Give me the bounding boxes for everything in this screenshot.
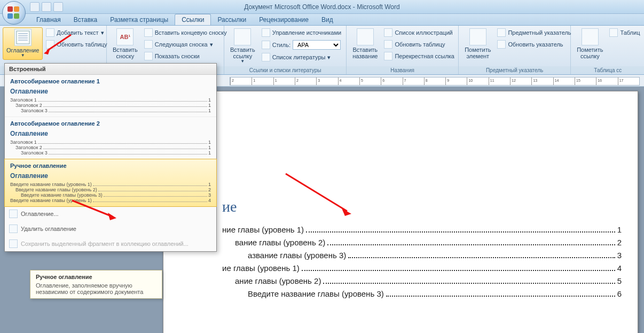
manual-title: Ручное оглавление (10, 162, 211, 169)
tooltip-body: Оглавление, заполняемое вручную независи… (36, 282, 156, 295)
preview-line: Введите название главы (уровень 1)1 (10, 182, 211, 187)
toc-entry[interactable]: Введите название главы (уровень 3) 6 (222, 289, 622, 299)
toc-entry[interactable]: ние главы (уровень 1) 1 (222, 225, 622, 235)
cross-ref-icon (384, 52, 392, 60)
document-page[interactable]: ие ние главы (уровень 1) 1вание главы (у… (163, 91, 638, 333)
manage-sources-button[interactable]: Управление источниками (260, 27, 343, 38)
insert-citation-label: Вставить ссылку (230, 47, 255, 59)
group-index-label: Предметный указатель (459, 66, 570, 74)
insert-authorities-button[interactable]: Таблиц (607, 27, 642, 38)
mark-entry-icon (469, 28, 486, 45)
horizontal-ruler[interactable]: 21 12 34 56 78 910 1112 1314 1516 17 (230, 77, 640, 86)
remove-toc-label: Удалить оглавление (21, 226, 76, 232)
update-toc-button[interactable]: Обновить таблицу (44, 39, 109, 50)
preview-line: Заголовок 21 (10, 145, 211, 150)
custom-toc-label: Оглавление... (21, 211, 59, 217)
update-captions-label: Обновить таблицу (395, 41, 445, 48)
mark-citation-label: Пометить ссылку (577, 47, 603, 59)
save-sel-label: Сохранить выделенный фрагмент в коллекци… (21, 241, 189, 247)
auto2-heading: Оглавление (10, 130, 211, 137)
quick-access-toolbar (30, 2, 63, 12)
preview-line: Заголовок 11 (10, 140, 211, 145)
custom-toc-option[interactable]: Оглавление... (5, 206, 216, 221)
update-index-button[interactable]: Обновить указатель (495, 39, 573, 50)
dropdown-header: Встроенный (5, 64, 216, 75)
manage-sources-label: Управление источниками (272, 29, 341, 36)
tab-insert[interactable]: Вставка (67, 14, 104, 25)
update-toc-label: Обновить таблицу (57, 41, 107, 48)
mark-citation-button[interactable]: Пометить ссылку (574, 27, 606, 60)
cross-ref-label: Перекрестная ссылка (395, 53, 454, 59)
tooltip: Ручное оглавление Оглавление, заполняемо… (30, 270, 162, 299)
preview-line: Введите название главы (уровень 3)3 (10, 192, 211, 198)
title-bar: Документ Microsoft Office Word.docx - Mi… (0, 0, 644, 14)
toc-icon (14, 29, 32, 46)
next-footnote-label: Следующая сноска (155, 41, 208, 48)
group-captions-label: Названия (347, 66, 458, 74)
insert-caption-label: Вставить название (352, 47, 378, 59)
mark-entry-button[interactable]: Пометить элемент (461, 27, 494, 60)
group-index: Пометить элемент Предметный указатель Об… (459, 26, 571, 74)
insert-citation-button[interactable]: Вставить ссылку ▼ (227, 27, 258, 71)
style-label: Стиль: (272, 42, 290, 48)
manual-heading: Оглавление (10, 172, 211, 180)
tab-review[interactable]: Рецензирование (253, 14, 315, 25)
citation-style-row: Стиль: APA (260, 39, 343, 51)
update-captions-button[interactable]: Обновить таблицу (382, 39, 457, 50)
citation-icon (234, 28, 251, 45)
tab-view[interactable]: Вид (315, 14, 340, 25)
remove-toc-option[interactable]: Удалить оглавление (5, 221, 216, 236)
next-footnote-button[interactable]: Следующая сноска ▾ (142, 39, 229, 50)
gallery-auto2[interactable]: Автособираемое оглавление 2 Оглавление З… (5, 117, 216, 159)
show-footnotes-label: Показать сноски (155, 53, 200, 59)
style-select[interactable]: APA (293, 40, 341, 50)
remove-toc-icon (9, 224, 18, 233)
add-text-label: Добавить текст (57, 29, 98, 36)
insert-endnote-button[interactable]: Вставить концевую сноску (142, 27, 229, 38)
window-title: Документ Microsoft Office Word.docx - Mi… (244, 3, 399, 11)
preview-line: Введите название главы (уровень 1)4 (10, 198, 211, 203)
toc-button[interactable]: Оглавление ▼ (3, 27, 43, 60)
authorities-icon (609, 28, 618, 37)
cross-reference-button[interactable]: Перекрестная ссылка (382, 51, 457, 61)
group-citations-label: Ссылки и списки литературы (224, 66, 346, 74)
save-selection-option: Сохранить выделенный фрагмент в коллекци… (5, 236, 216, 251)
table-figures-button[interactable]: Список иллюстраций (382, 27, 457, 38)
insert-footnote-label: Вставить сноску (113, 47, 138, 59)
bibliography-icon (262, 53, 270, 61)
save-icon[interactable] (30, 2, 40, 12)
redo-icon[interactable] (53, 2, 63, 12)
custom-toc-icon (9, 210, 18, 218)
group-authorities: Пометить ссылку Таблиц Таблица сс (571, 26, 644, 74)
show-footnotes-button[interactable]: Показать сноски (142, 51, 229, 61)
tab-references[interactable]: Ссылки (175, 14, 211, 25)
bibliography-button[interactable]: Список литературы ▾ (260, 52, 343, 63)
gallery-manual[interactable]: Ручное оглавление Оглавление Введите наз… (4, 159, 217, 207)
preview-line: Заголовок 31 (10, 150, 211, 156)
svg-rect-0 (17, 31, 29, 44)
index-icon (497, 28, 506, 37)
tab-home[interactable]: Главная (30, 14, 67, 25)
add-text-button[interactable]: Добавить текст ▾ (44, 27, 109, 38)
toc-entry[interactable]: вание главы (уровень 2) 2 (222, 238, 622, 247)
preview-line: Заголовок 21 (10, 103, 211, 108)
preview-line: Заголовок 11 (10, 97, 211, 103)
gallery-auto1[interactable]: Автособираемое оглавление 1 Оглавление З… (5, 75, 216, 117)
toc-entry[interactable]: азвание главы (уровень 3) 3 (222, 251, 622, 260)
ribbon-tabs: Главная Вставка Разметка страницы Ссылки… (0, 14, 644, 26)
doc-heading: ие (222, 198, 622, 215)
auto2-title: Автособираемое оглавление 2 (10, 120, 211, 127)
update-captions-icon (384, 40, 392, 49)
toc-entry[interactable]: ание главы (уровень 2) 5 (222, 276, 622, 286)
office-button[interactable] (2, 1, 26, 25)
insert-caption-button[interactable]: Вставить название (349, 27, 381, 70)
undo-icon[interactable] (42, 2, 51, 12)
tab-mailings[interactable]: Рассылки (211, 14, 253, 25)
toc-entry[interactable]: ие главы (уровень 1) 4 (222, 264, 622, 273)
preview-line: Введите название главы (уровень 2)2 (10, 187, 211, 192)
tab-layout[interactable]: Разметка страницы (104, 14, 175, 25)
update-index-label: Обновить указатель (508, 41, 563, 48)
insert-index-label: Предметный указатель (508, 29, 571, 36)
footnote-icon: AB¹ (116, 28, 133, 45)
insert-index-button[interactable]: Предметный указатель (495, 27, 573, 38)
